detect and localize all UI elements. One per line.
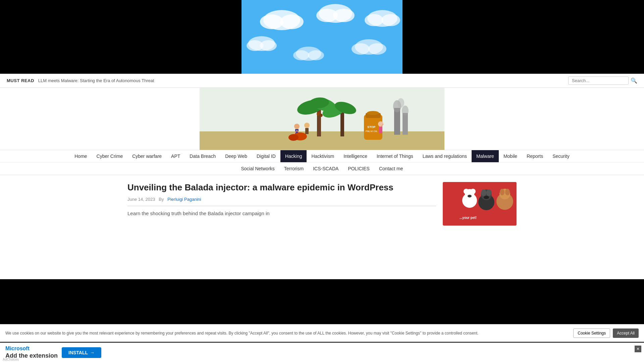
nav-security[interactable]: Security xyxy=(548,150,574,162)
nav-digital-id[interactable]: Digital ID xyxy=(252,150,280,162)
svg-rect-45 xyxy=(379,127,382,133)
svg-point-6 xyxy=(333,9,355,22)
svg-rect-43 xyxy=(305,128,309,134)
nav-apt[interactable]: APT xyxy=(166,150,185,162)
svg-point-48 xyxy=(319,114,323,117)
svg-point-50 xyxy=(288,134,299,141)
nav-laws[interactable]: Laws and regulations xyxy=(418,150,472,162)
svg-point-42 xyxy=(304,123,310,128)
svg-point-15 xyxy=(368,43,386,55)
article-title: Unveiling the Balada injector: a malware… xyxy=(127,182,436,193)
nav-reports[interactable]: Reports xyxy=(522,150,548,162)
article-section: Unveiling the Balada injector: a malware… xyxy=(127,182,436,226)
article-body-preview: Learn the shocking truth behind the Bala… xyxy=(127,209,436,218)
svg-point-64 xyxy=(500,189,504,195)
must-read-article[interactable]: LLM meets Malware: Starting the Era of A… xyxy=(38,78,564,83)
svg-point-17 xyxy=(293,50,309,60)
svg-point-56 xyxy=(468,195,472,197)
feature-image-wrap: STOP PALM OIL xyxy=(0,88,644,150)
nav-home[interactable]: Home xyxy=(70,150,92,162)
nav-data-breach[interactable]: Data Breach xyxy=(185,150,220,162)
nav-container: Home Cyber Crime Cyber warfare APT Data … xyxy=(0,150,644,175)
nav-iot[interactable]: Internet of Things xyxy=(372,150,418,162)
nav-intelligence[interactable]: Intelligence xyxy=(339,150,372,162)
feature-image: STOP PALM OIL xyxy=(200,88,444,150)
svg-rect-30 xyxy=(340,111,344,136)
nav-malware[interactable]: Malware xyxy=(472,150,499,162)
article-by: By xyxy=(159,197,164,202)
svg-point-8 xyxy=(365,14,383,26)
svg-point-59 xyxy=(481,189,486,196)
svg-point-38 xyxy=(294,124,300,129)
nav-primary-row: Home Cyber Crime Cyber warfare APT Data … xyxy=(0,150,644,162)
nav-cyber-warfare[interactable]: Cyber warfare xyxy=(127,150,166,162)
nav-social-networks[interactable]: Social Networks xyxy=(236,163,279,175)
nav-hacking[interactable]: Hacking xyxy=(280,150,307,162)
svg-point-25 xyxy=(397,98,404,108)
search-button[interactable]: 🔍 xyxy=(631,77,637,84)
nav-terrorism[interactable]: Terrorism xyxy=(279,163,308,175)
svg-point-3 xyxy=(280,14,304,29)
svg-point-18 xyxy=(308,50,324,60)
nav-hacktivism[interactable]: Hacktivism xyxy=(307,150,339,162)
svg-point-12 xyxy=(260,40,277,51)
article-date: June 14, 2023 xyxy=(127,197,155,202)
hero-image xyxy=(241,0,402,74)
sidebar-ad: ...your pet! xyxy=(443,182,517,226)
search-area: 🔍 xyxy=(568,76,637,85)
svg-point-14 xyxy=(352,43,370,55)
svg-point-44 xyxy=(378,121,383,127)
hero-area xyxy=(0,0,644,74)
svg-text:...your pet!: ...your pet! xyxy=(460,216,477,220)
must-read-bar: MUST READ LLM meets Malware: Starting th… xyxy=(0,74,644,88)
svg-point-35 xyxy=(367,111,379,115)
svg-point-55 xyxy=(470,189,476,194)
nav-ics-scada[interactable]: ICS-SCADA xyxy=(308,163,343,175)
search-input[interactable] xyxy=(568,76,629,85)
nav-deep-web[interactable]: Deep Web xyxy=(220,150,252,162)
svg-text:STOP: STOP xyxy=(367,125,375,129)
svg-point-9 xyxy=(381,14,400,26)
sidebar-ad-image: ...your pet! xyxy=(443,182,517,226)
nav-secondary-row: Social Networks Terrorism ICS-SCADA POLI… xyxy=(0,162,644,175)
svg-point-24 xyxy=(402,106,409,116)
main-content: Unveiling the Balada injector: a malware… xyxy=(121,175,523,226)
nav-policies[interactable]: POLICIES xyxy=(343,163,374,175)
svg-point-60 xyxy=(486,189,492,196)
article-author[interactable]: Pierluigi Paganini xyxy=(167,197,201,202)
nav-cyber-crime[interactable]: Cyber Crime xyxy=(92,150,128,162)
svg-rect-22 xyxy=(402,113,408,135)
nav-mobile[interactable]: Mobile xyxy=(499,150,522,162)
must-read-label: MUST READ xyxy=(7,78,34,83)
nav-contact-me[interactable]: Contact me xyxy=(374,163,408,175)
svg-point-54 xyxy=(464,189,469,194)
svg-text:PALM OIL: PALM OIL xyxy=(366,130,378,133)
svg-point-61 xyxy=(484,196,489,199)
svg-point-2 xyxy=(260,14,283,29)
svg-point-65 xyxy=(505,189,510,195)
article-meta: June 14, 2023 By Pierluigi Paganini xyxy=(127,197,436,206)
